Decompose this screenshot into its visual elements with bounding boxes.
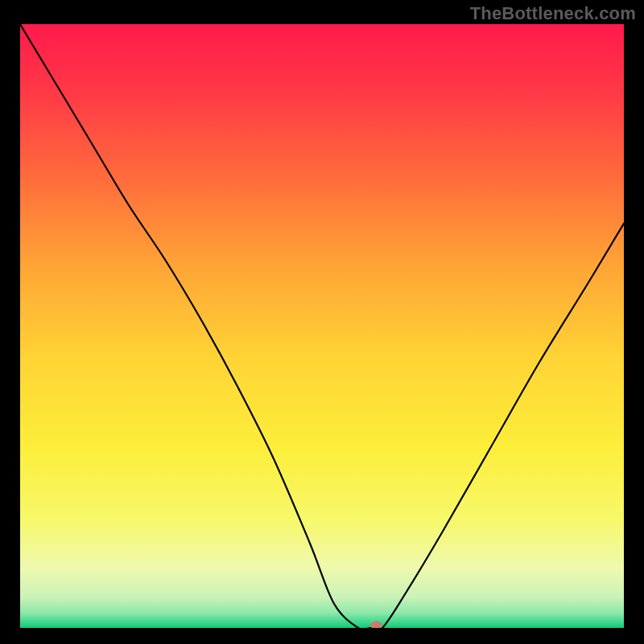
chart-frame: TheBottleneck.com bbox=[0, 0, 644, 644]
gradient-backdrop bbox=[20, 24, 624, 628]
attribution-label: TheBottleneck.com bbox=[470, 3, 636, 24]
bottleneck-chart bbox=[20, 24, 624, 628]
